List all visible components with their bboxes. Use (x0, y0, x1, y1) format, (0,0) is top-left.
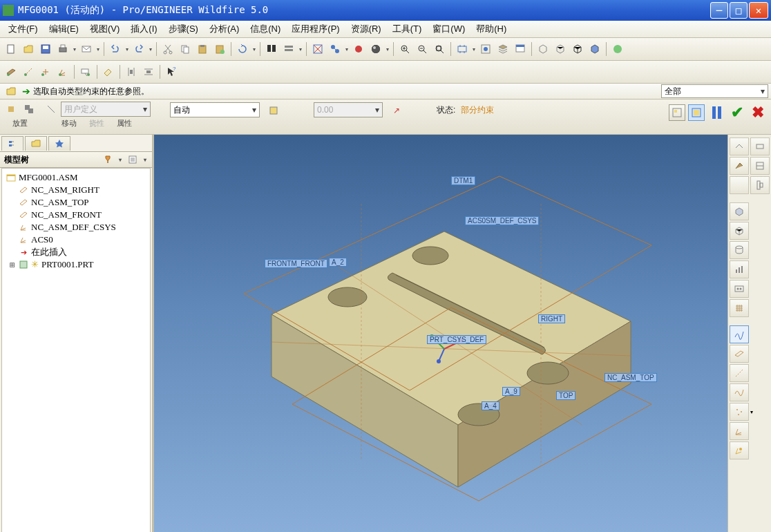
dash-move-icon[interactable] (43, 101, 59, 117)
rt-cube-icon[interactable] (730, 202, 749, 220)
annot-toggle[interactable] (77, 64, 94, 80)
refit-button[interactable] (454, 41, 470, 57)
align-v-button[interactable] (123, 64, 140, 80)
copy-button[interactable] (177, 41, 193, 57)
appearance-button[interactable] (350, 41, 367, 57)
datum-axis-toggle[interactable] (20, 64, 37, 80)
menu-insert[interactable]: 插入(I) (126, 21, 161, 37)
cut-button[interactable] (160, 41, 176, 57)
email-button[interactable] (78, 41, 95, 57)
shading-dropdown[interactable]: ▾ (385, 46, 390, 53)
rt-point-icon[interactable] (730, 403, 749, 421)
rt-holes-icon[interactable] (730, 280, 749, 298)
datum-point-toggle[interactable] (37, 64, 54, 80)
tree-root[interactable]: MFG0001.ASM (3, 171, 149, 184)
menu-analysis[interactable]: 分析(A) (205, 21, 243, 37)
flip-dir-icon[interactable]: ↗ (388, 102, 405, 119)
wireframe-button[interactable] (535, 41, 551, 57)
select-button[interactable] (280, 41, 297, 57)
rt-cyl-icon[interactable] (730, 241, 749, 259)
zoom-fit-button[interactable] (431, 41, 448, 57)
undo-button[interactable] (107, 41, 124, 57)
open-button[interactable] (20, 41, 37, 57)
paste-button[interactable] (194, 41, 211, 57)
regen-button[interactable] (234, 41, 251, 57)
filter-combo[interactable]: 全部 (661, 84, 768, 98)
minimize-button[interactable]: ─ (710, 2, 728, 19)
tree-item-front[interactable]: NC_ASM_FRONT (3, 209, 149, 221)
pause-button[interactable] (707, 104, 725, 122)
dash-icon-2[interactable] (21, 101, 37, 117)
spin-center-button[interactable] (310, 41, 326, 57)
zoom-out-button[interactable] (414, 41, 430, 57)
menu-view[interactable]: 视图(V) (86, 21, 124, 37)
zoom-in-button[interactable] (397, 41, 413, 57)
tree-item-right[interactable]: NC_ASM_RIGHT (3, 184, 149, 196)
orient-button[interactable] (327, 41, 343, 57)
help-cursor-button[interactable]: ? (163, 64, 180, 80)
orient-dropdown[interactable]: ▾ (344, 46, 350, 53)
rt-grid-icon[interactable] (730, 299, 749, 317)
user-define-combo[interactable]: 用户定义 (61, 102, 151, 117)
tree-item-acs0[interactable]: ACS0 (3, 234, 149, 246)
redo-button[interactable] (131, 41, 147, 57)
enhance-button[interactable] (609, 41, 626, 57)
dash-win1-button[interactable] (669, 104, 685, 121)
expand-icon[interactable]: ⊞ (9, 260, 16, 270)
offset-combo[interactable]: 0.00 (314, 102, 383, 117)
tree-item-insert[interactable]: ➔在此插入 (3, 246, 149, 258)
dash-place-label[interactable]: 放置 (12, 118, 28, 129)
menu-window[interactable]: 窗口(W) (428, 21, 469, 37)
datum-csys-toggle[interactable] (55, 64, 71, 80)
tree-show-icon[interactable] (124, 151, 141, 168)
rt-btn-6[interactable] (750, 176, 770, 194)
ok-button[interactable]: ✔ (728, 104, 746, 122)
save-button[interactable] (37, 41, 54, 57)
print-button[interactable] (55, 41, 71, 57)
nohidden-button[interactable] (569, 41, 586, 57)
nav-tab-fav[interactable] (48, 136, 70, 151)
email-dropdown[interactable]: ▾ (95, 46, 101, 53)
shading-button[interactable] (368, 41, 384, 57)
rt-chart-icon[interactable] (730, 260, 749, 278)
maximize-button[interactable]: □ (730, 2, 748, 19)
view-mgr-button[interactable] (512, 41, 529, 57)
rt-btn-1[interactable] (730, 137, 749, 155)
menu-tools[interactable]: 工具(T) (388, 21, 426, 37)
print-dropdown[interactable]: ▾ (72, 46, 77, 53)
close-button[interactable]: ✕ (749, 2, 768, 19)
regen-dropdown[interactable]: ▾ (251, 46, 257, 53)
sketch-button[interactable] (100, 64, 117, 80)
auto-combo[interactable]: 自动 (170, 102, 260, 117)
refit-dropdown[interactable]: ▾ (471, 46, 477, 53)
rt-csys-icon[interactable] (730, 422, 749, 440)
new-button[interactable] (3, 41, 19, 57)
rt-btn-5[interactable] (730, 176, 749, 194)
rt-btn-3[interactable] (730, 157, 749, 175)
rt-btn-4[interactable] (750, 157, 770, 175)
menu-edit[interactable]: 编辑(E) (45, 21, 83, 37)
find-button[interactable] (263, 41, 280, 57)
rt-curve-icon[interactable] (730, 325, 749, 343)
menu-info[interactable]: 信息(N) (246, 21, 285, 37)
layer-button[interactable] (495, 41, 511, 57)
menu-app[interactable]: 应用程序(P) (287, 21, 343, 37)
tree-item-top[interactable]: NC_ASM_TOP (3, 196, 149, 209)
dash-move-label[interactable]: 移动 (61, 118, 77, 129)
tree-item-part[interactable]: ⊞ ✳ PRT0001.PRT (3, 258, 149, 271)
tree-settings-icon[interactable] (99, 151, 116, 168)
rt-btn-2[interactable] (750, 137, 770, 155)
rt-plane-icon[interactable] (730, 345, 749, 363)
saved-view-button[interactable] (477, 41, 494, 57)
shaded-button[interactable] (587, 41, 603, 57)
msg-icon-button[interactable] (3, 83, 19, 99)
align-h-button[interactable] (140, 64, 157, 80)
menu-res[interactable]: 资源(R) (347, 21, 386, 37)
nav-tab-model[interactable] (1, 136, 23, 151)
tree-item-csys[interactable]: NC_ASM_DEF_CSYS (3, 221, 149, 234)
dash-win2-button[interactable] (688, 104, 705, 121)
paste-special-button[interactable] (211, 41, 228, 57)
model-tree[interactable]: MFG0001.ASM NC_ASM_RIGHT NC_ASM_TOP NC_A… (1, 168, 151, 532)
datum-plane-toggle[interactable] (3, 64, 19, 80)
select-dropdown[interactable]: ▾ (298, 46, 303, 53)
